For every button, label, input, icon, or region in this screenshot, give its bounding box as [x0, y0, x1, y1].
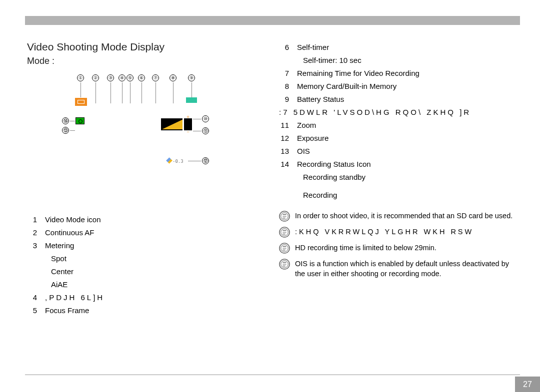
leader [70, 130, 75, 131]
legend-item: 7Remaining Time for Video Recording [279, 67, 519, 80]
callout-10: ⑩ [202, 115, 209, 122]
note-item: In order to shoot video, it is recommend… [279, 211, 519, 222]
callout-5: ⑤ [126, 74, 134, 81]
legend-item: 5Focus Frame [27, 304, 267, 317]
leader [192, 82, 192, 97]
note-text: HD recording time is limited to below 29… [295, 243, 436, 253]
legend-item: 12Exposure [279, 132, 519, 145]
leader [110, 82, 111, 103]
battery-icon [186, 97, 197, 103]
note-item: HD recording time is limited to below 29… [279, 243, 519, 254]
legend-item: 6Self-timer [279, 41, 519, 54]
legend-item: 14Recording Status Icon [279, 158, 519, 171]
display-diagram: ① ② ③ ④ ⑤ ⑥ ⑦ ⑧ ⑨ ⑭ ⑬ ＋ － ⑩ [62, 73, 237, 198]
callout-12: ⑫ [202, 157, 209, 164]
callout-14: ⑭ [62, 117, 69, 124]
exposure-readout: -0.3 [167, 158, 184, 164]
recording-status-icon [76, 117, 84, 124]
leader [80, 82, 81, 97]
callout-7: ⑦ [152, 74, 159, 81]
legend-sub-item: Center [51, 265, 267, 278]
note-text: :KHQ VKRRWLQJ YLGHR WKH RSW [295, 227, 474, 237]
note-icon [279, 227, 290, 238]
zoom-indicator: ＋ － [161, 118, 192, 130]
legend-item: 13OIS [279, 145, 519, 158]
leader [130, 82, 130, 103]
leader [156, 82, 156, 103]
legend-item: 11Zoom [279, 119, 519, 132]
note-item: OIS is a function which is enabled by de… [279, 259, 519, 279]
legend-sub-item: Spot [51, 252, 267, 265]
video-mode-icon [74, 97, 88, 106]
legend-item: 1Video Mode icon [27, 213, 267, 226]
legend-sub-item: Recording standby [303, 171, 519, 184]
callout-13: ⑬ [62, 127, 69, 134]
leader [188, 161, 201, 161]
top-bar [25, 16, 520, 25]
leader [193, 119, 201, 119]
callout-6: ⑥ [138, 74, 145, 81]
legend-sub-item: Recording [303, 189, 519, 202]
callout-2: ② [92, 74, 99, 81]
right-legend: 6Self-timer Self-timer: 10 sec 7Remainin… [279, 41, 519, 202]
note-text: OIS is a function which is enabled by de… [295, 259, 519, 279]
legend-item: 8Memory Card/Built-in Memory [279, 80, 519, 93]
note-icon [279, 211, 290, 222]
legend-item: 4,PDJH 6L]H [27, 291, 267, 304]
leader [96, 82, 96, 103]
leader [142, 82, 142, 103]
callout-3: ③ [107, 74, 114, 81]
callout-1: ① [77, 74, 84, 81]
note-text: In order to shoot video, it is recommend… [295, 211, 512, 221]
page-title: Video Shooting Mode Display [27, 41, 267, 53]
leader [173, 82, 174, 103]
note-item: :KHQ VKRRWLQJ YLGHR WKH RSW [279, 227, 519, 238]
left-legend: 1Video Mode icon 2Continuous AF 3Meterin… [27, 213, 267, 317]
note-icon [279, 259, 290, 270]
callout-9: ⑨ [188, 74, 195, 81]
leader [193, 131, 201, 131]
leader [122, 82, 122, 103]
legend-item: 3Metering [27, 239, 267, 252]
page-number: 27 [515, 377, 540, 392]
leader [70, 121, 75, 121]
legend-item: 9Battery Status [279, 93, 519, 106]
exposure-icon [166, 157, 172, 164]
page-subtitle: Mode : [27, 56, 267, 66]
note-icon [279, 243, 290, 254]
callout-4: ④ [118, 74, 126, 81]
legend-sub-item: Self-timer: 10 sec [303, 54, 519, 67]
callout-8: ⑧ [170, 74, 176, 81]
bottom-rule [25, 375, 520, 375]
legend-item: :7 5DWLR 'LVSOD\HG RQO\ ZKHQ ]R [279, 106, 519, 119]
legend-item: 2Continuous AF [27, 226, 267, 239]
callout-11: ⑪ [202, 127, 209, 134]
legend-sub-item: AiAE [51, 278, 267, 291]
